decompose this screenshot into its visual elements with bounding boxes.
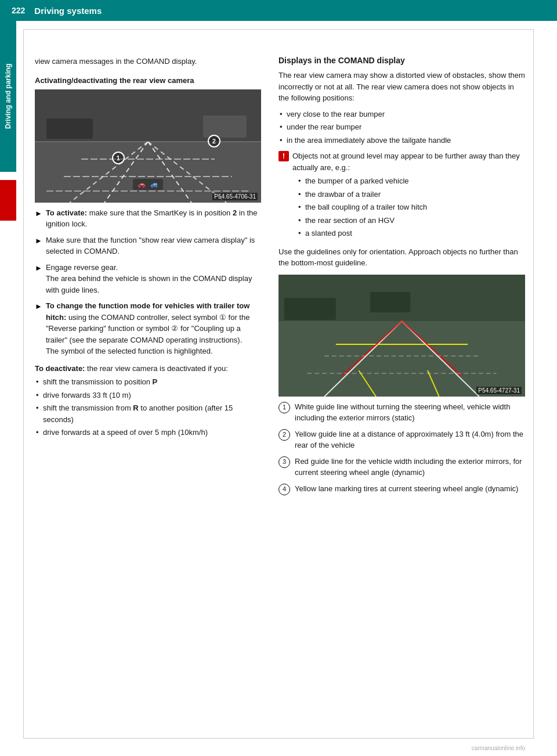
warning-bullet-2: the drawbar of a trailer <box>297 189 525 200</box>
caption-item-1: 1 White guide line without turning the s… <box>278 401 525 424</box>
deactivate-bullet-list: shift the transmission to position P dri… <box>35 376 261 438</box>
side-tab-label: Driving and parking <box>4 64 12 129</box>
right-bullet-2: under the rear bumper <box>278 121 525 133</box>
image1-badge-1: 1 <box>112 152 125 164</box>
arrow-icon-2: ► <box>35 235 42 257</box>
deactivate-text: To deactivate: the rear view camera is d… <box>35 364 228 373</box>
arrow-item-1-bold: To activate: <box>46 208 87 217</box>
right-intro: The rear view camera may show a distorte… <box>278 70 525 104</box>
rear-camera-image-2: 1 2 3 4 P54.65-4727-31 <box>278 275 525 397</box>
section-heading: Activating/deactivating the rear view ca… <box>35 75 261 86</box>
arrow-item-4-bold: To change the function mode for vehicles… <box>46 301 250 322</box>
page-border-bottom <box>23 738 534 739</box>
arrow-item-4-text: To change the function mode for vehicles… <box>46 301 250 355</box>
engage-sub-text: The area behind the vehicle is shown in … <box>46 274 252 294</box>
caption-num-4: 4 <box>278 484 290 495</box>
image1-badge-2: 2 <box>208 135 220 147</box>
warning-bullet-list: the bumper of a parked vehicle the drawb… <box>297 175 525 239</box>
deactivate-bold: To deactivate: <box>35 364 85 373</box>
deactivate-bullet-4: drive forwards at a speed of over 5 mph … <box>35 427 261 438</box>
caption-text-1: White guide line without turning the ste… <box>295 401 525 424</box>
svg-marker-14 <box>278 321 525 397</box>
page-number: 222 <box>12 6 25 15</box>
right-bullet-3: in the area immediately above the tailga… <box>278 135 525 146</box>
warning-box: ! Objects not at ground level may appear… <box>278 150 525 242</box>
arrow-icon-4: ► <box>35 301 42 357</box>
caption-num-2: 2 <box>278 429 290 441</box>
warning-bullet-3: the ball coupling of a trailer tow hitch <box>297 201 525 213</box>
deactivate-bullet-2: drive forwards 33 ft (10 m) <box>35 390 261 401</box>
caption-num-3: 3 <box>278 456 290 468</box>
caption-item-2: 2 Yellow guide line at a distance of app… <box>278 429 525 451</box>
arrow-item-4-content: To change the function mode for vehicles… <box>46 300 261 357</box>
arrow-item-1-text: To activate: make sure that the SmartKey… <box>46 207 261 230</box>
page-border-right <box>533 29 534 739</box>
header-bar: 222 Driving systems <box>0 0 557 21</box>
warning-bullet-5: a slanted post <box>297 228 525 239</box>
arrow-item-1: ► To activate: make sure that the SmartK… <box>35 207 261 230</box>
page-border-left <box>23 29 24 739</box>
caption-text-2: Yellow guide line at a distance of appro… <box>295 429 525 451</box>
page-border-top <box>23 29 534 30</box>
side-tab: Driving and parking <box>0 21 16 172</box>
image1-label: P54.65-4706-31 <box>212 193 258 200</box>
arrow-item-3-content: Engage reverse gear. The area behind the… <box>46 262 261 296</box>
svg-rect-26 <box>370 292 410 312</box>
right-column: Displays in the COMAND display The rear … <box>278 56 525 500</box>
deactivate-section: To deactivate: the rear view camera is d… <box>35 363 261 438</box>
deactivate-bullet-1: shift the transmission to position P <box>35 376 261 388</box>
right-bullet-list: very close to the rear bumper under the … <box>278 109 525 146</box>
caption-text-3: Red guide line for the vehicle width inc… <box>295 456 525 478</box>
main-content: view camera messages in the COMAND displ… <box>0 21 557 529</box>
caption-item-3: 3 Red guide line for the vehicle width i… <box>278 456 525 478</box>
right-bullet-1: very close to the rear bumper <box>278 109 525 120</box>
warning-content: Objects not at ground level may appear t… <box>292 150 525 242</box>
rear-camera-image-1: 1 2 🚗 🚙 P54.65-4706-31 <box>35 89 261 203</box>
intro-text: view camera messages in the COMAND displ… <box>35 56 261 67</box>
caption-text-4: Yellow lane marking tires at current ste… <box>295 483 518 495</box>
svg-rect-25 <box>462 295 508 319</box>
image2-label: P54.65-4727-31 <box>476 387 522 394</box>
arrow-item-2: ► Make sure that the function "show rear… <box>35 235 261 257</box>
arrow-icon-1: ► <box>35 208 42 230</box>
warning-bullet-4: the rear section of an HGV <box>297 215 525 226</box>
right-heading: Displays in the COMAND display <box>278 56 525 65</box>
svg-rect-24 <box>284 298 336 320</box>
svg-rect-11 <box>203 116 247 138</box>
arrow-item-3: ► Engage reverse gear. The area behind t… <box>35 262 261 296</box>
warning-bullet-1: the bumper of a parked vehicle <box>297 175 525 187</box>
car-icon-bar: 🚗 🚙 <box>133 179 163 190</box>
svg-rect-10 <box>46 118 93 139</box>
warning-icon: ! <box>278 151 289 161</box>
svg-rect-12 <box>122 113 157 130</box>
caption-item-4: 4 Yellow lane marking tires at current s… <box>278 483 525 495</box>
arrow-item-4: ► To change the function mode for vehicl… <box>35 300 261 357</box>
arrow-icon-3: ► <box>35 262 42 296</box>
car-icon2: 🚙 <box>150 181 158 188</box>
watermark: carmanualonline.info <box>472 745 525 751</box>
orientation-text: Use the guidelines only for orientation.… <box>278 246 525 269</box>
arrow-item-3-text: Engage reverse gear. <box>46 263 118 272</box>
deactivate-bullet-3: shift the transmission from R to another… <box>35 402 261 425</box>
car-icon: 🚗 <box>138 181 146 188</box>
header-title: Driving systems <box>34 6 102 16</box>
arrow-item-2-text: Make sure that the function "show rear v… <box>46 235 261 257</box>
left-column: view camera messages in the COMAND displ… <box>35 56 261 500</box>
caption-num-1: 1 <box>278 402 290 413</box>
warning-text: Objects not at ground level may appear t… <box>292 152 520 172</box>
red-bookmark <box>0 180 16 221</box>
